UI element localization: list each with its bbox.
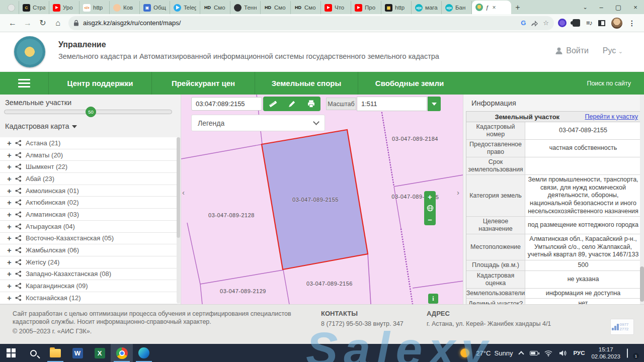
notification-center-button[interactable]: 1 (627, 349, 637, 357)
window-maximize-button[interactable]: ▢ (610, 0, 627, 14)
bookmark-star-icon[interactable]: ☆ (543, 19, 549, 27)
go-to-parcel-link[interactable]: Перейти к участку (585, 113, 638, 120)
region-row-aktobe[interactable]: +Актюбинская (02) (0, 197, 177, 209)
sidebar-scroll-thumb[interactable] (177, 137, 180, 238)
cadastre-number-input[interactable] (191, 97, 262, 111)
cadastral-map[interactable]: 03-047-089-2155 03-047-089-2184 03-047-0… (181, 95, 463, 304)
browser-tab[interactable]: Ков (110, 1, 140, 14)
region-row-abay[interactable]: +Абай (23) (0, 173, 177, 185)
browser-tab[interactable]: Уро (49, 1, 79, 14)
browser-tab[interactable]: HDСмо (261, 1, 291, 14)
playlist-icon[interactable]: ≡♪ (586, 19, 592, 27)
back-icon[interactable]: ← (5, 16, 20, 31)
collapse-left-chevron[interactable]: ‹ (182, 188, 185, 197)
start-button[interactable] (0, 344, 22, 362)
nav-free-lands[interactable]: Свободные земли (358, 72, 461, 95)
map-info-button[interactable]: i (428, 294, 438, 304)
clock[interactable]: 15:1702.06.2023 (591, 346, 620, 360)
footer-contacts: КОНТАКТЫ 8 (7172) 95-50-38 внутр. 347 (321, 310, 404, 327)
region-row-almaty[interactable]: +Алматы (20) (0, 149, 177, 161)
tab-close-icon[interactable]: × (492, 4, 496, 11)
zoom-out-button[interactable]: – (428, 216, 432, 223)
side-panel-icon[interactable] (598, 20, 605, 26)
home-icon[interactable]: ⌂ (50, 16, 65, 31)
extensions-puzzle-icon[interactable] (573, 19, 580, 27)
browser-tab[interactable]: CСтра (19, 1, 49, 14)
scale-input[interactable] (357, 97, 427, 111)
browser-tab[interactable]: </>http (79, 1, 110, 14)
language-selector[interactable]: Рус ⌄ (603, 46, 623, 55)
expand-icon[interactable]: + (7, 139, 15, 147)
region-row-atyrau[interactable]: +Атырауская (04) (0, 221, 177, 233)
region-row-akmola[interactable]: +Акмолинская (01) (0, 185, 177, 197)
browser-tab[interactable]: Про (351, 1, 381, 14)
window-close-button[interactable]: × (627, 0, 644, 14)
region-row-almaty-region[interactable]: +Алматинская (03) (0, 209, 177, 221)
extension-purple-icon[interactable] (558, 19, 567, 27)
collapse-right-chevron[interactable]: › (457, 188, 459, 197)
region-row-zhambyl[interactable]: +Жамбылская (06) (0, 244, 177, 256)
browser-tab-pinned[interactable] (4, 1, 19, 14)
region-row-astana[interactable]: +Астана (21) (0, 137, 177, 149)
region-row-karaganda[interactable]: +Карагандинская (09) (0, 280, 177, 292)
tray-expand-chevron[interactable] (519, 351, 524, 356)
map-type-select[interactable]: Кадастровая карта (5, 122, 77, 130)
globe-button[interactable] (427, 205, 434, 212)
browser-tab[interactable]: HDСмо (200, 1, 230, 14)
sidebar-scrollbar[interactable] (177, 137, 180, 303)
site-search-link[interactable]: Поиск по сайту (587, 72, 644, 95)
draw-pencil-icon[interactable] (288, 100, 296, 108)
speaker-icon[interactable] (559, 350, 567, 356)
share-icon[interactable] (531, 20, 538, 27)
reload-icon[interactable]: ↻ (35, 16, 50, 31)
browser-tab-active[interactable]: ƒ× (472, 1, 511, 14)
browser-menu-icon[interactable]: ⋮ (628, 19, 635, 27)
chrome-button[interactable] (111, 344, 133, 362)
forward-icon[interactable]: → (20, 16, 35, 31)
panel-scroll-thumb[interactable] (640, 266, 644, 302)
browser-tab[interactable]: HDСмо (291, 1, 321, 14)
word-button[interactable]: W (66, 344, 89, 362)
browser-tab[interactable]: Teleg (170, 1, 200, 14)
file-explorer-button[interactable] (44, 344, 66, 362)
wifi-icon[interactable] (544, 350, 552, 356)
hamburger-menu-icon[interactable] (0, 72, 48, 95)
battery-icon[interactable] (530, 351, 538, 355)
new-tab-button[interactable]: + (511, 1, 524, 14)
google-g-icon[interactable]: G (521, 19, 526, 27)
print-icon[interactable] (307, 100, 315, 108)
weather-sun-icon[interactable] (460, 348, 469, 357)
browser-tab[interactable]: ▣Общ (140, 1, 170, 14)
region-row-west-kazakhstan[interactable]: +Западно-Казахстанская (08) (0, 268, 177, 281)
browser-tab[interactable]: o|oБан (442, 1, 472, 14)
region-row-zhetisu[interactable]: +Жетісу (24) (0, 256, 177, 268)
edge-button[interactable] (133, 344, 155, 362)
nav-land-disputes[interactable]: Земельные споры (255, 72, 358, 95)
window-minimize-button[interactable]: – (593, 0, 610, 14)
scale-dropdown-button[interactable] (428, 97, 441, 111)
measure-ruler-icon[interactable] (269, 100, 277, 108)
excel-button[interactable]: X (89, 344, 111, 362)
region-row-east-kazakhstan[interactable]: +Восточно-Казахстанская (05) (0, 233, 177, 245)
table-row: Целевое назначениепод размещение коттедж… (466, 217, 641, 234)
tab-search-icon[interactable]: ⌄ (578, 0, 593, 14)
slider-handle[interactable]: 50 (86, 107, 96, 117)
browser-tab[interactable]: o|oмага (412, 1, 442, 14)
profile-avatar[interactable] (611, 18, 622, 29)
keyboard-language[interactable]: РУС (573, 350, 585, 356)
panel-scrollbar[interactable] (640, 95, 644, 304)
nav-support-center[interactable]: Центр поддержки (48, 72, 151, 95)
zoom-in-button[interactable]: + (428, 193, 432, 201)
browser-tab[interactable]: Что (321, 1, 351, 14)
browser-tab[interactable]: Тенн (230, 1, 261, 14)
taskbar-search-button[interactable] (22, 344, 44, 362)
nav-price-list[interactable]: Прейскурант цен (151, 72, 255, 95)
address-bar[interactable]: aisgzk.kz/aisgzk/ru/content/maps/ G ☆ (68, 16, 554, 30)
weather-text[interactable]: 27°C Sunny (476, 349, 513, 357)
region-row-shymkent[interactable]: +Шымкент (22) (0, 161, 177, 173)
legend-dropdown[interactable]: Легенда (191, 115, 325, 131)
region-row-kostanay[interactable]: +Костанайская (12) (0, 292, 177, 304)
layers-icon (15, 259, 22, 265)
login-button[interactable]: Войти (554, 46, 589, 55)
browser-tab[interactable]: ▦http (381, 1, 412, 14)
